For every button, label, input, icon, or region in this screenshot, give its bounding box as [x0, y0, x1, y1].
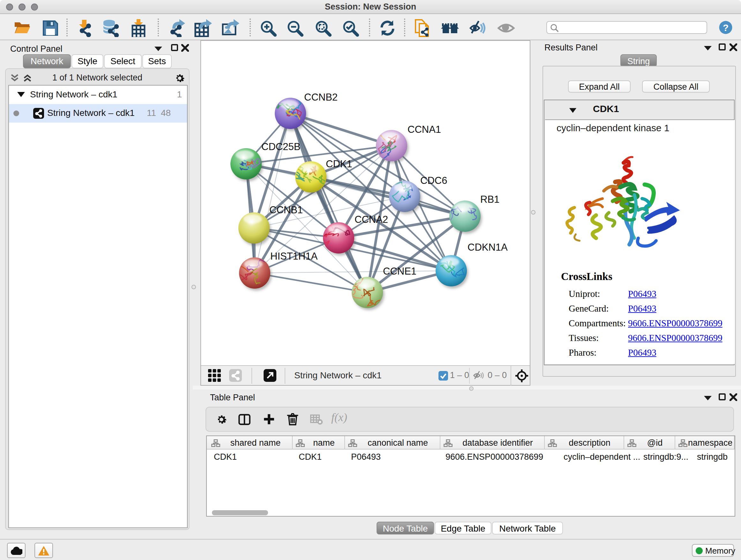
- svg-text:CDKN1A: CDKN1A: [468, 242, 508, 253]
- svg-text:CDK1: CDK1: [326, 159, 352, 170]
- svg-text:CCNE1: CCNE1: [383, 266, 416, 277]
- svg-text:RB1: RB1: [480, 194, 499, 205]
- svg-text:CCNB1: CCNB1: [269, 204, 303, 215]
- svg-text:HIST1H1A: HIST1H1A: [270, 251, 318, 262]
- svg-text:CDC25B: CDC25B: [261, 141, 300, 152]
- svg-text:CCNA1: CCNA1: [408, 124, 441, 135]
- svg-text:CDC6: CDC6: [420, 175, 447, 186]
- svg-text:CCNB2: CCNB2: [304, 91, 338, 103]
- svg-text:?: ?: [723, 22, 729, 33]
- svg-text:CCNA2: CCNA2: [354, 214, 388, 225]
